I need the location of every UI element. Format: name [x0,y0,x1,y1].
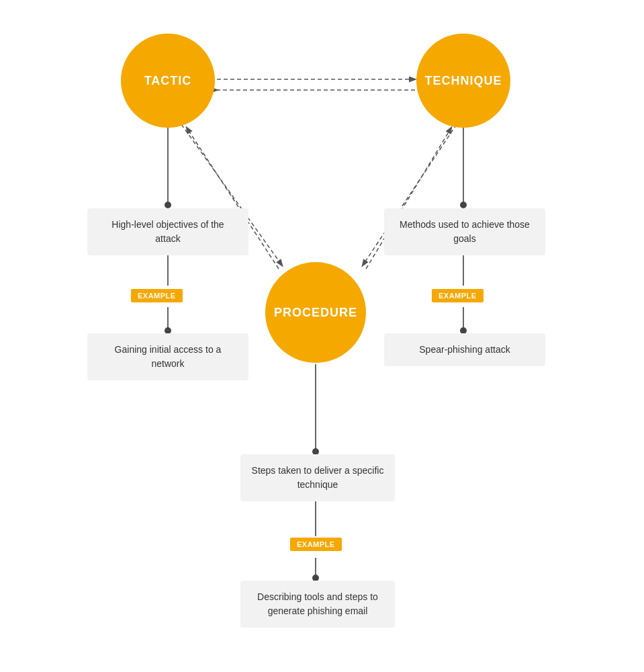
technique-desc-dot [460,202,467,208]
technique-label: TECHNIQUE [424,74,502,88]
technique-badge-label: EXAMPLE [439,292,477,300]
procedure-label: PROCEDURE [274,306,357,320]
tactic-desc-text: High-level objectives of the attack [111,219,224,244]
technique-example-text: Spear-phishing attack [419,344,510,355]
technique-example-box: Spear-phishing attack [384,333,545,366]
tactic-desc-box: High-level objectives of the attack [87,208,248,255]
tactic-example-box: Gaining initial access to a network [87,333,248,380]
technique-example-badge: EXAMPLE [432,289,484,302]
diagram-container: TACTIC TECHNIQUE PROCEDURE High-level ob… [0,0,644,672]
tactic-example-text: Gaining initial access to a network [115,344,222,369]
procedure-circle: PROCEDURE [265,262,366,363]
technique-desc-text: Methods used to achieve those goals [400,219,530,244]
tactic-example-badge: EXAMPLE [131,289,183,302]
tactic-circle: TACTIC [121,34,215,128]
procedure-example-text: Describing tools and steps to generate p… [257,591,378,616]
technique-circle: TECHNIQUE [416,34,510,128]
tactic-desc-dot [165,202,171,208]
tactic-badge-label: EXAMPLE [138,292,176,300]
procedure-example-badge: EXAMPLE [290,538,342,551]
procedure-badge-label: EXAMPLE [297,540,335,548]
procedure-desc-box: Steps taken to deliver a specific techni… [240,454,395,501]
procedure-desc-text: Steps taken to deliver a specific techni… [252,465,384,490]
tactic-label: TACTIC [144,74,192,88]
technique-desc-box: Methods used to achieve those goals [384,208,545,255]
procedure-example-box: Describing tools and steps to generate p… [240,581,395,628]
